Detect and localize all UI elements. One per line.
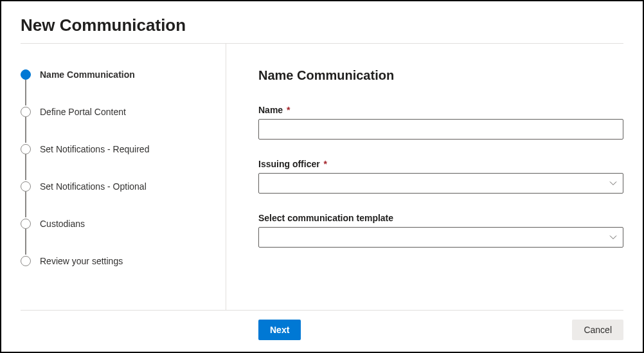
- step-indicator-icon: [21, 219, 31, 229]
- step-indicator-icon: [21, 144, 31, 154]
- step-label: Name Communication: [40, 69, 135, 80]
- step-connector: [25, 229, 26, 255]
- dialog-body: Name Communication Define Portal Content…: [1, 44, 643, 310]
- next-button[interactable]: Next: [258, 320, 301, 340]
- dialog-title: New Communication: [21, 15, 623, 35]
- issuing-officer-select-wrap: [258, 173, 623, 194]
- step-label: Review your settings: [40, 256, 123, 266]
- step-connector: [25, 154, 26, 180]
- label-text: Select communication template: [258, 213, 393, 223]
- field-label-issuing-officer: Issuing officer *: [258, 159, 623, 169]
- name-input[interactable]: [258, 119, 623, 140]
- step-indicator-icon: [21, 107, 31, 117]
- label-text: Name: [258, 105, 283, 115]
- step-label: Set Notifications - Required: [40, 144, 149, 154]
- wizard-step-review-settings[interactable]: Review your settings: [21, 255, 213, 267]
- form-heading: Name Communication: [258, 68, 623, 83]
- wizard-step-custodians[interactable]: Custodians: [21, 217, 213, 230]
- step-indicator-icon: [21, 256, 31, 266]
- step-indicator-icon: [21, 69, 31, 80]
- field-label-name: Name *: [258, 105, 623, 115]
- step-label: Custodians: [40, 219, 85, 229]
- step-label: Define Portal Content: [40, 107, 126, 117]
- template-select[interactable]: [258, 227, 623, 248]
- step-indicator-icon: [21, 181, 31, 192]
- field-group-template: Select communication template: [258, 213, 623, 248]
- cancel-button[interactable]: Cancel: [572, 320, 623, 340]
- label-text: Issuing officer: [258, 159, 320, 169]
- required-marker: *: [287, 105, 290, 115]
- step-label: Set Notifications - Optional: [40, 181, 147, 192]
- step-connector: [25, 80, 26, 105]
- form-panel: Name Communication Name * Issuing office…: [226, 44, 643, 310]
- dialog-new-communication: New Communication Name Communication Def…: [0, 0, 644, 353]
- dialog-header: New Communication: [1, 1, 643, 43]
- wizard-sidebar: Name Communication Define Portal Content…: [1, 44, 226, 310]
- field-label-template: Select communication template: [258, 213, 623, 223]
- issuing-officer-select[interactable]: [258, 173, 623, 194]
- wizard-step-define-portal-content[interactable]: Define Portal Content: [21, 105, 213, 118]
- field-group-name: Name *: [258, 105, 623, 140]
- wizard-step-name-communication[interactable]: Name Communication: [21, 68, 213, 81]
- template-select-wrap: [258, 227, 623, 248]
- step-connector: [25, 192, 26, 217]
- dialog-footer: Next Cancel: [1, 311, 643, 352]
- wizard-step-set-notifications-optional[interactable]: Set Notifications - Optional: [21, 180, 213, 193]
- required-marker: *: [324, 159, 327, 169]
- wizard-steps: Name Communication Define Portal Content…: [21, 68, 213, 267]
- step-connector: [25, 117, 26, 143]
- field-group-issuing-officer: Issuing officer *: [258, 159, 623, 194]
- wizard-step-set-notifications-required[interactable]: Set Notifications - Required: [21, 143, 213, 156]
